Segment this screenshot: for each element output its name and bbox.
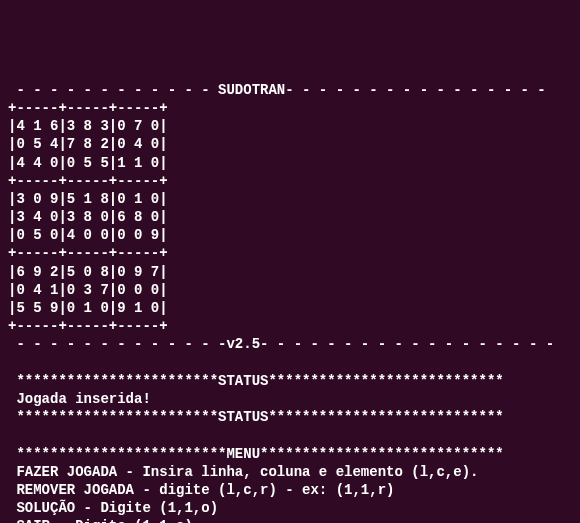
menu-separator: *************************MENU***********…	[8, 446, 504, 462]
grid-row: |4 1 6|3 8 3|0 7 0|	[8, 118, 168, 134]
status-separator: ************************STATUS**********…	[8, 373, 504, 389]
grid-row: |3 4 0|3 8 0|6 8 0|	[8, 209, 168, 225]
header-line: - - - - - - - - - - - - SUDOTRAN- - - - …	[8, 82, 546, 98]
status-message: Jogada inserida!	[8, 391, 151, 407]
menu-item-exit: SAIR - Digite (1,1,s)	[8, 518, 193, 523]
grid-row: |6 9 2|5 0 8|0 9 7|	[8, 264, 168, 280]
version-line: - - - - - - - - - - - - -v2.5- - - - - -…	[8, 336, 554, 352]
terminal-output: - - - - - - - - - - - - SUDOTRAN- - - - …	[8, 81, 572, 523]
grid-row: |3 0 9|5 1 8|0 1 0|	[8, 191, 168, 207]
grid-row: |0 5 0|4 0 0|0 0 9|	[8, 227, 168, 243]
menu-item-remove: REMOVER JOGADA - digite (l,c,r) - ex: (1…	[8, 482, 394, 498]
grid-row: |4 4 0|0 5 5|1 1 0|	[8, 155, 168, 171]
grid-separator: +-----+-----+-----+	[8, 100, 168, 116]
grid-row: |0 5 4|7 8 2|0 4 0|	[8, 136, 168, 152]
status-separator: ************************STATUS**********…	[8, 409, 504, 425]
grid-separator: +-----+-----+-----+	[8, 318, 168, 334]
grid-separator: +-----+-----+-----+	[8, 245, 168, 261]
menu-item-solution: SOLUÇÃO - Digite (1,1,o)	[8, 500, 218, 516]
grid-row: |0 4 1|0 3 7|0 0 0|	[8, 282, 168, 298]
grid-row: |5 5 9|0 1 0|9 1 0|	[8, 300, 168, 316]
menu-item-play: FAZER JOGADA - Insira linha, coluna e el…	[8, 464, 478, 480]
grid-separator: +-----+-----+-----+	[8, 173, 168, 189]
